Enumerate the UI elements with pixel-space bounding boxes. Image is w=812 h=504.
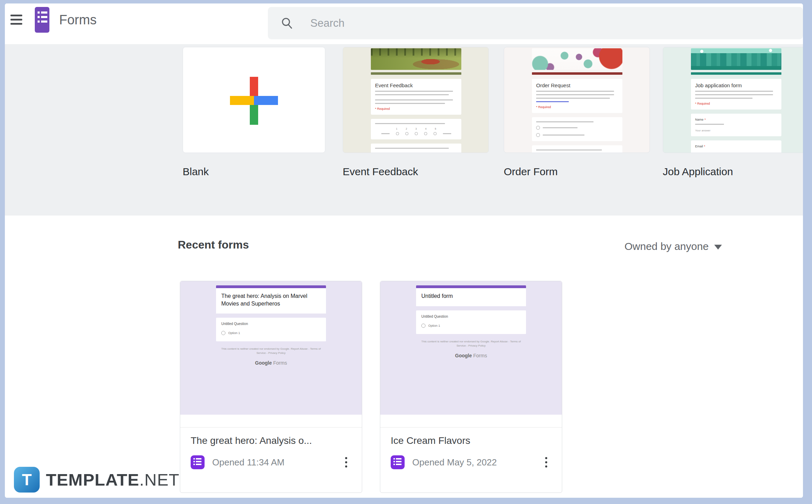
- preview-question-card: Untitled Question Option 1: [416, 310, 526, 334]
- template-job-application[interactable]: Job application form * Required Name* Yo…: [663, 47, 803, 153]
- template-gallery: Event Feedback * Required 12345: [5, 44, 803, 216]
- recent-forms-section: Recent forms Owned by anyone The great h…: [5, 216, 803, 498]
- recent-card-footer: Ice Cream Flavors Opened May 5, 2022: [380, 427, 562, 469]
- forms-file-icon: [391, 455, 405, 469]
- job-required-text: * Required: [695, 102, 777, 105]
- template-order-form[interactable]: Order Request * Required Your answer: [504, 47, 650, 153]
- template-label-event-feedback: Event Feedback: [343, 166, 418, 178]
- order-theme-bar: [532, 72, 622, 75]
- hamburger-menu-icon[interactable]: [10, 15, 22, 27]
- job-preview-title: Job application form: [695, 82, 777, 88]
- preview-disclaimer: This content is neither created nor endo…: [416, 340, 526, 348]
- recent-form-title: Ice Cream Flavors: [391, 435, 551, 446]
- app-window: Forms Search Event Feedback: [5, 3, 803, 498]
- event-preview-title: Event Feedback: [375, 82, 457, 88]
- owner-filter-dropdown[interactable]: Owned by anyone: [624, 241, 722, 252]
- recent-form-title: The great hero: Analysis o...: [191, 435, 351, 446]
- order-preview-header: Order Request * Required: [532, 79, 622, 113]
- template-label-order-form: Order Form: [504, 166, 558, 178]
- radio-icon: [421, 324, 425, 328]
- job-preview-field-name: Name* Your answer: [691, 114, 781, 136]
- template-net-icon: T: [14, 467, 40, 493]
- preview-theme-bar: [416, 285, 526, 288]
- forms-app-icon[interactable]: [35, 7, 49, 33]
- order-banner-image: [532, 48, 622, 70]
- order-preview-question-1: [532, 117, 622, 141]
- template-blank[interactable]: [183, 47, 325, 153]
- preview-theme-bar: [216, 285, 326, 288]
- google-forms-wordmark: GoogleForms: [416, 353, 526, 358]
- template-net-watermark: T TEMPLATE.NET: [14, 467, 180, 493]
- form-preview-thumbnail: Untitled form Untitled Question Option 1…: [380, 281, 562, 427]
- more-options-button[interactable]: [344, 456, 349, 469]
- app-title: Forms: [59, 13, 97, 27]
- chevron-down-icon: [714, 245, 722, 250]
- opened-timestamp: Opened May 5, 2022: [412, 457, 497, 468]
- opened-timestamp: Opened 11:34 AM: [212, 457, 285, 468]
- template-label-job-application: Job Application: [663, 166, 733, 178]
- event-preview-header: Event Feedback * Required: [371, 79, 461, 115]
- recent-form-card-ice-cream[interactable]: Untitled form Untitled Question Option 1…: [380, 281, 562, 493]
- preview-disclaimer: This content is neither created nor endo…: [216, 347, 326, 355]
- preview-form-title: Untitled form: [416, 288, 526, 306]
- recent-forms-heading: Recent forms: [178, 238, 249, 251]
- event-theme-bar: [371, 72, 461, 75]
- template-event-feedback[interactable]: Event Feedback * Required 12345: [343, 47, 489, 153]
- topbar: Forms Search: [5, 3, 803, 44]
- template-net-brand: TEMPLATE.NET: [46, 470, 180, 489]
- form-preview-thumbnail: The great hero: Analysis on Marvel Movie…: [180, 281, 362, 427]
- search-placeholder: Search: [310, 17, 344, 30]
- search-icon: [280, 17, 294, 30]
- order-required-text: * Required: [536, 105, 618, 109]
- recent-card-footer: The great hero: Analysis o... Opened 11:…: [180, 427, 362, 469]
- more-options-button[interactable]: [544, 456, 549, 469]
- job-preview-header: Job application form * Required: [691, 79, 781, 109]
- preview-question-card: Untitled Question Option 1: [216, 318, 326, 341]
- preview-form-title: The great hero: Analysis on Marvel Movie…: [216, 288, 326, 314]
- forms-file-icon: [191, 455, 205, 469]
- event-preview-question-1: 12345: [371, 119, 461, 139]
- recent-form-card-great-hero[interactable]: The great hero: Analysis on Marvel Movie…: [180, 281, 362, 493]
- new-form-plus-icon: [183, 47, 325, 153]
- owner-filter-label: Owned by anyone: [624, 241, 709, 252]
- order-preview-question-2: Your answer: [532, 145, 622, 153]
- template-label-blank: Blank: [183, 166, 209, 178]
- search-input[interactable]: Search: [268, 7, 803, 39]
- job-banner-image: [691, 48, 781, 70]
- job-preview-field-email: Email* Your answer: [691, 140, 781, 153]
- google-forms-wordmark: GoogleForms: [216, 360, 326, 366]
- event-banner-image: [371, 48, 461, 70]
- event-preview-question-2: 12345: [371, 144, 461, 153]
- order-preview-title: Order Request: [536, 82, 618, 88]
- job-theme-bar: [691, 72, 781, 75]
- event-required-text: * Required: [375, 107, 457, 111]
- radio-icon: [221, 331, 225, 335]
